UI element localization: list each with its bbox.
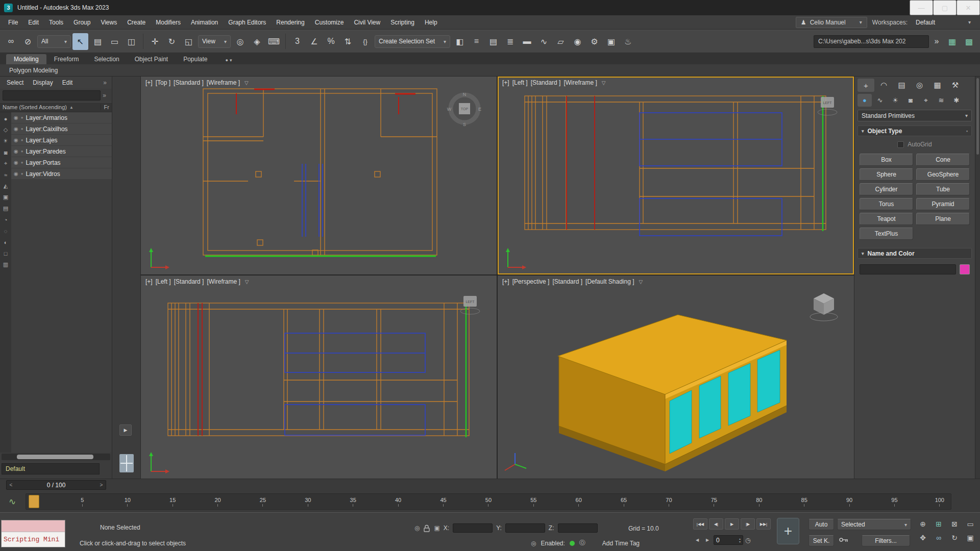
object-color-swatch[interactable] (960, 264, 970, 274)
lights-category-icon[interactable]: ☀ (888, 94, 902, 107)
viewport-label-segment[interactable]: [+] (502, 278, 509, 285)
visibility-eye-icon[interactable]: ◉ (14, 148, 18, 154)
visibility-eye-icon[interactable]: ◉ (14, 160, 18, 165)
object-type-button[interactable]: Cone (916, 154, 970, 166)
modify-tab-icon[interactable]: ◠ (875, 79, 892, 92)
previous-frame-button[interactable]: ◀| (709, 518, 723, 530)
display-tab-icon[interactable]: ▦ (929, 79, 946, 92)
layer-row[interactable]: ◉ ● Layer:Paredes (11, 146, 112, 157)
object-type-button[interactable]: Plane (916, 213, 970, 225)
time-configuration-icon[interactable]: ◷ (745, 537, 750, 544)
display-children-icon[interactable]: ▥ (1, 260, 11, 269)
display-frozen-icon[interactable]: ◔ (1, 215, 11, 224)
left-viewport-canvas[interactable] (498, 77, 854, 274)
layer-row[interactable]: ◉ ● Layer:Portas (11, 157, 112, 168)
visibility-eye-icon[interactable]: ◉ (14, 171, 18, 177)
hierarchy-tab-icon[interactable]: ▤ (893, 79, 910, 92)
z-coordinate-field[interactable] (558, 523, 598, 533)
menu-item[interactable]: Help (420, 15, 443, 30)
frame-counter[interactable]: < 0 / 100 > (6, 480, 106, 490)
viewcube-mini[interactable]: LEFT (816, 93, 839, 117)
reference-coordinate-system-dropdown[interactable]: View ▾ (198, 35, 231, 48)
next-key-icon[interactable]: ▶ (703, 536, 712, 545)
select-object-button[interactable]: ↖ (72, 33, 88, 50)
display-lights-icon[interactable]: ☀ (1, 136, 11, 146)
select-and-scale-icon[interactable]: ◱ (181, 33, 197, 50)
viewport-top[interactable]: ▽ [+][Top ][Standard ][Wireframe ] (141, 77, 497, 274)
helpers-category-icon[interactable]: ⌖ (919, 94, 933, 107)
mini-curve-editor-icon[interactable]: ∿ (3, 494, 21, 509)
menu-item[interactable]: Rendering (271, 15, 309, 30)
auto-key-button[interactable]: Auto (808, 519, 834, 530)
render-production-icon[interactable]: ♨ (620, 33, 636, 50)
next-frame-button[interactable]: |▶ (741, 518, 755, 530)
systems-category-icon[interactable]: ✱ (949, 94, 964, 107)
object-type-rollout[interactable]: ▾ Object Type ▪ (857, 126, 972, 136)
layer-row[interactable]: ◉ ● Layer:Lajes (11, 135, 112, 146)
scrollbar-thumb[interactable] (976, 78, 979, 155)
viewcube-3d[interactable] (807, 289, 841, 322)
layer-row[interactable]: ◉ ● Layer:Vidros (11, 168, 112, 180)
align-icon[interactable]: ≡ (469, 33, 484, 50)
viewport-label-segment[interactable]: [Top ] (156, 79, 170, 86)
named-selection-set-dropdown[interactable]: Create Selection Set ▾ (375, 35, 450, 48)
isolate-selection-icon[interactable]: ◎ (414, 524, 420, 532)
viewport-label-segment[interactable]: [Standard ] (531, 79, 561, 86)
viewport-label-segment[interactable]: [+] (145, 79, 153, 86)
set-keys-button[interactable]: + (777, 518, 799, 544)
visibility-eye-icon[interactable]: ◉ (14, 137, 18, 143)
object-type-button[interactable]: Cylinder (860, 183, 913, 195)
previous-frame-arrow[interactable]: < (7, 482, 15, 488)
workspace-selector[interactable]: Default ▾ (913, 17, 974, 28)
menu-item[interactable]: Customize (310, 15, 349, 30)
object-type-button[interactable]: Torus (860, 198, 913, 210)
set-key-button[interactable]: Set K. (808, 535, 834, 546)
orbit-icon[interactable]: ↻ (947, 532, 962, 544)
signin-user-menu[interactable]: ♟ Celio Manuel ▾ (796, 17, 867, 28)
next-frame-arrow[interactable]: > (97, 482, 106, 488)
minimize-button[interactable]: — (910, 0, 933, 15)
viewport-label-segment[interactable]: [+] (145, 278, 153, 285)
active-layer-field[interactable]: Default (2, 463, 100, 474)
toggle-layer-explorer-icon[interactable]: ≣ (502, 33, 518, 50)
utilities-tab-icon[interactable]: ⚒ (947, 79, 964, 92)
timeline-ruler[interactable]: 0510152025303540455055606570758085909510… (26, 493, 951, 510)
display-helpers-icon[interactable]: ⌖ (1, 159, 11, 168)
name-and-color-rollout[interactable]: ▾ Name and Color (857, 248, 972, 259)
scene-filter-input[interactable] (3, 90, 101, 101)
display-xrefs-icon[interactable]: □ (1, 248, 11, 258)
time-scrubber[interactable] (29, 495, 39, 508)
toolbar-overflow-button[interactable]: » (931, 33, 942, 50)
zoom-all-icon[interactable]: ⊞ (932, 518, 946, 530)
autogrid-checkbox[interactable] (897, 141, 904, 148)
menu-item[interactable]: Create (122, 15, 151, 30)
menu-item[interactable]: Animation (186, 15, 223, 30)
unlink-selection-icon[interactable]: ⊘ (20, 33, 36, 50)
visibility-eye-icon[interactable]: ◉ (14, 115, 18, 120)
overflow-chevrons-icon[interactable]: » (103, 79, 110, 86)
key-filters-button[interactable]: Filters... (862, 535, 910, 546)
use-pivot-center-icon[interactable]: ◎ (232, 33, 248, 50)
object-type-button[interactable]: Tube (916, 183, 970, 195)
percent-snap-icon[interactable]: % (323, 33, 339, 50)
display-bones-icon[interactable]: ◭ (1, 181, 11, 191)
spin-down-icon[interactable]: ▾ (739, 540, 741, 543)
maximize-viewport-icon[interactable]: ▣ (963, 532, 977, 544)
snaps-toggle-icon[interactable]: 3 (289, 33, 305, 50)
viewport-layout-tabs-button[interactable] (119, 452, 134, 474)
window-crossing-icon[interactable]: ◫ (124, 33, 139, 50)
viewport-left-active[interactable]: ▽ [+][Left ][Standard ][Wireframe ] (498, 77, 854, 274)
enabled-indicator[interactable] (570, 541, 575, 546)
viewport-label-segment[interactable]: [Standard ] (552, 278, 582, 285)
scene-explorer-menu-item[interactable]: Select (2, 79, 28, 86)
object-type-button[interactable]: GeoSphere (916, 168, 970, 181)
display-containers-icon[interactable]: ▣ (1, 192, 11, 202)
viewport-label-segment[interactable]: [Standard ] (174, 79, 204, 86)
ribbon-tab[interactable]: Populate (176, 54, 215, 64)
create-tab-icon[interactable]: + (857, 79, 874, 92)
frame-spinner[interactable]: ▴ ▾ (739, 537, 741, 543)
edit-named-selection-sets-icon[interactable]: {} (357, 33, 373, 50)
schematic-view-icon[interactable]: ▱ (553, 33, 569, 50)
shapes-category-icon[interactable]: ∿ (873, 94, 887, 107)
object-type-button[interactable]: Pyramid (916, 198, 970, 210)
